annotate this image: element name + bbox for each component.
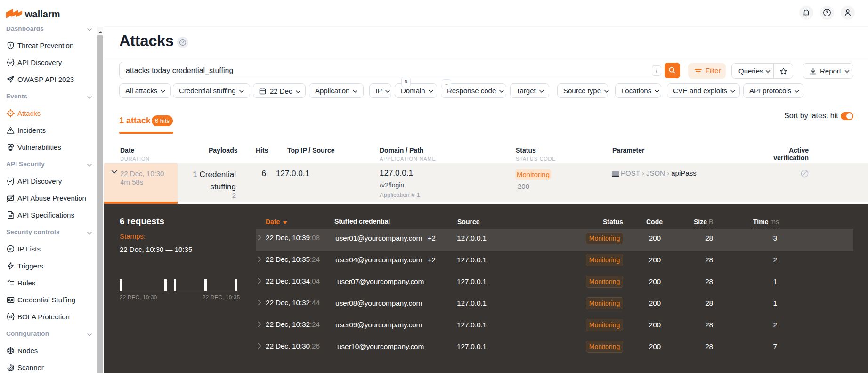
svg-text:IP: IP bbox=[9, 247, 12, 251]
